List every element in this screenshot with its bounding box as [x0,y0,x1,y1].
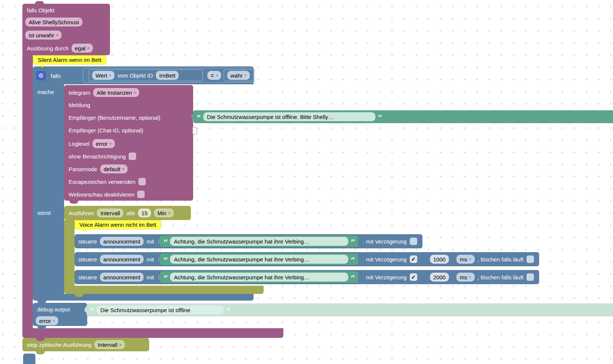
debug-text-block[interactable]: “ Die Schmutzwasserpumpe ist offline ” [87,304,613,316]
telegram-block[interactable]: telegram Alle Instanzen ▾ Meldung Empfän… [64,85,193,201]
announce-object-text: announcement [103,256,140,263]
value-socket-tab [193,127,197,135]
trigger-block-spine[interactable] [22,54,33,328]
delay-value-field[interactable]: 1000 [430,255,449,264]
delay-checkbox[interactable]: ✓ [410,255,417,263]
webpreview-label: Webvorschau deaktivieren [69,191,134,198]
if-block-column[interactable]: mache sonst [33,84,64,294]
interval-unit-text: Min [157,210,166,216]
comment-voice-alarm[interactable]: Voice Alarm wenn nicht im Bett [75,220,161,229]
announce-object-text: announcement [103,238,140,245]
delay-label: mit Verzögerung [366,238,406,245]
trigger-by-label: Auslösung durch [27,45,69,51]
mit-label: mit [147,238,154,245]
webpreview-checkbox[interactable] [137,191,145,198]
trigger-block[interactable]: falls Objekt Alive ShellySchmusi ist unw… [22,4,110,55]
announce-text-field[interactable]: Achtung, die Schmutzwasserpumpe hat ihre… [170,255,348,264]
announce-block-3[interactable]: steuere announcement mit “ Achtung, die … [75,270,539,284]
trigger-block-bottom[interactable] [22,328,283,338]
chevron-down-icon: ▾ [216,73,218,78]
delay-unit-dropdown[interactable]: ms ▾ [456,255,475,264]
meldung-text-block[interactable]: “ Die Schmutzwasserpumpe ist offline. Bi… [193,110,613,123]
announce-object-field[interactable]: announcement [100,237,144,246]
clear-checkbox[interactable] [526,273,534,281]
interval-unit-dropdown[interactable]: Min ▾ [154,208,174,217]
debug-text-field[interactable]: Die Schmutzwasserpumpe ist offline [97,305,224,314]
interval-value-field[interactable]: 15 [138,208,151,217]
chevron-down-icon: ▾ [109,73,111,78]
announce-text-field[interactable]: Achtung, die Schmutzwasserpumpe hat ihre… [170,237,348,246]
object-id-field[interactable]: Alive ShellySchmusi [25,18,82,26]
telegram-label: telegram [69,90,90,96]
partial-block[interactable] [23,354,35,364]
delay-checkbox[interactable] [410,238,417,245]
delay-unit-dropdown[interactable]: ms ▾ [456,273,475,282]
meldung-label: Meldung [69,102,90,108]
stop-label: stop zyklische Ausführung [27,342,91,348]
sonst-label: sonst [37,210,51,216]
get-value-block[interactable]: Wert ▾ vom Objekt ID ImBett [89,69,203,81]
loglevel-dropdown[interactable]: error ▾ [92,139,115,148]
value-type-dropdown[interactable]: Wert ▾ [92,71,114,80]
chevron-down-icon: ▾ [168,211,170,215]
announce-block-2[interactable]: steuere announcement mit “ Achtung, die … [75,252,539,266]
telegram-instance-text: Alle Instanzen [97,90,132,96]
chevron-down-icon: ▾ [245,73,247,78]
interval-block-spine[interactable] [64,220,75,286]
loglevel-label: Loglevel [69,141,89,147]
interval-block-bottom[interactable] [64,286,264,294]
steuere-label: steuere [78,238,97,245]
stop-name-field[interactable]: Intervall ▾ [94,340,125,349]
debug-level-dropdown[interactable]: error ▾ [36,316,58,325]
clear-checkbox[interactable] [526,255,534,263]
empfaenger-chat-label: Empfänger (Chat-ID, optional) [69,127,143,134]
interval-block-header[interactable]: Ausführen Intervall alle 15 Min ▾ [64,206,191,220]
chevron-down-icon: ▾ [56,33,58,37]
object-id-field[interactable]: ImBett [156,71,179,80]
chevron-down-icon: ▾ [469,257,471,261]
trigger-by-dropdown[interactable]: egal ▾ [72,44,93,53]
operator-dropdown[interactable]: = ▾ [207,71,221,80]
announce-text-block[interactable]: “ Achtung, die Schmutzwasserpumpe hat ih… [160,253,358,265]
parsemode-dropdown[interactable]: default ▾ [100,164,128,173]
announce-object-field[interactable]: announcement [100,255,144,264]
bool-dropdown[interactable]: wahr ▾ [227,71,250,80]
interval-name-field[interactable]: Intervall [97,208,123,217]
delay-label: mit Verzögerung [366,256,406,263]
bool-value-block[interactable]: wahr ▾ [224,69,254,81]
parsemode-label: Parsemode [69,166,97,172]
comment-silent-alarm[interactable]: Silent Alarm wenn im Bett [33,55,106,65]
mache-label: mache [37,89,54,95]
delay-label: mit Verzögerung [366,274,406,280]
value-type-text: Wert [95,72,107,79]
debug-output-block[interactable]: debug output error ▾ [33,303,87,326]
if-block-bottom[interactable] [33,294,254,301]
is-condition-dropdown[interactable]: ist unwahr ▾ [25,31,62,40]
steuere-label: steuere [78,274,97,280]
execute-label: Ausführen [69,210,94,216]
trigger-by-text: egal [75,45,85,51]
announce-text-field[interactable]: Achtung, die Schmutzwasserpumpe hat ihre… [170,273,348,282]
announce-object-field[interactable]: announcement [100,273,144,282]
delay-value-field[interactable]: 2000 [430,273,449,282]
clear-label: , löschen falls läuft [478,274,524,280]
is-condition-text: ist unwahr [29,32,54,38]
chevron-down-icon: ▾ [122,167,125,171]
comment-tab [80,229,87,232]
meldung-text-field[interactable]: Die Schmutzwasserpumpe ist offline. Bitt… [203,112,375,121]
announce-text-block[interactable]: “ Achtung, die Schmutzwasserpumpe hat ih… [160,271,358,283]
gear-icon[interactable]: ⚙ [37,71,45,80]
alle-label: alle [126,210,135,216]
chevron-down-icon: ▾ [119,343,122,347]
announce-block-1[interactable]: steuere announcement mit “ Achtung, die … [75,234,422,248]
delay-checkbox[interactable]: ✓ [410,273,417,281]
falls-label: falls [51,73,61,79]
from-object-label: vom Objekt ID [117,72,153,79]
debug-label: debug output [37,306,70,313]
telegram-instance-dropdown[interactable]: Alle Instanzen ▾ [93,88,139,97]
escape-checkbox[interactable] [138,178,146,185]
steuere-label: steuere [78,256,97,263]
announce-text-block[interactable]: “ Achtung, die Schmutzwasserpumpe hat ih… [160,235,358,247]
silent-checkbox[interactable] [129,153,136,160]
interval-value-text: 15 [141,210,148,216]
